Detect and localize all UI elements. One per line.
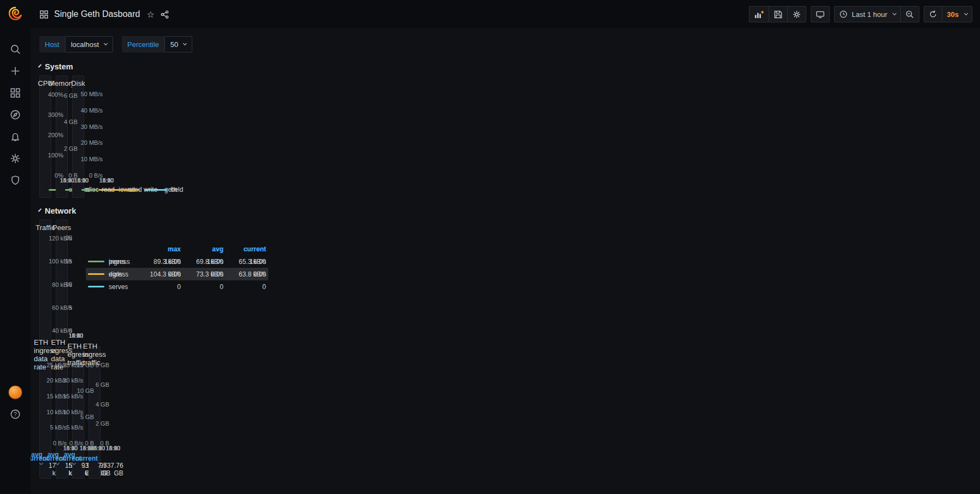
legend-table: maxavgcurrentpeers16.0016.0016.00dials0.… — [76, 235, 271, 293]
refresh-interval-picker[interactable]: 30s — [942, 6, 972, 22]
chevron-down-icon — [893, 11, 896, 15]
y-axis-label: 15 — [66, 258, 72, 264]
configuration-icon — [9, 152, 21, 164]
y-axis-label: 10 GB — [77, 387, 94, 394]
y-axis-label: 4 GB — [96, 401, 109, 408]
legend-series-label[interactable]: peers — [88, 258, 138, 266]
sidebar-item-server-admin[interactable] — [6, 172, 25, 189]
y-axis-label: 15 GB — [77, 362, 94, 368]
chevron-down-icon — [38, 208, 42, 211]
section-title: Network — [45, 207, 76, 215]
zoom-out-icon — [905, 10, 914, 19]
star-icon[interactable]: ☆ — [146, 9, 154, 20]
refresh-icon — [929, 10, 937, 19]
y-axis-label: 20 MB/s — [81, 139, 103, 146]
sidebar-item-alerting[interactable] — [6, 128, 25, 145]
percentile-value-text: 50 — [170, 40, 178, 49]
legend-series-name: held — [171, 186, 184, 193]
gear-icon — [792, 10, 801, 19]
legend-series-name: write — [144, 186, 157, 193]
legend-series-name: serves — [109, 283, 128, 291]
legend-col-current[interactable]: current — [223, 245, 266, 253]
legend-series-label[interactable]: read — [81, 186, 115, 193]
legend-value: 16.00 — [138, 258, 181, 266]
svg-text:?: ? — [14, 411, 17, 417]
x-axis-label: 15:20 — [74, 177, 88, 184]
legend-col-avg[interactable]: avg — [48, 451, 59, 466]
save-icon — [774, 10, 783, 19]
share-icon[interactable] — [160, 10, 169, 19]
dashboard-title[interactable]: Single Geth Dasboard — [54, 9, 140, 19]
y-axis-label: 30 MB/s — [81, 124, 103, 130]
y-axis-label: 4 GB — [64, 119, 78, 125]
host-variable-label[interactable]: Host — [39, 36, 65, 52]
legend: systemiowaitgeth — [45, 184, 50, 195]
legend-col-current[interactable]: current — [75, 455, 98, 462]
legend-value: 0.00 — [181, 270, 223, 278]
legend-col-avg[interactable]: avg — [64, 451, 75, 466]
y-axis-label: 10 MB/s — [81, 156, 103, 162]
tv-icon — [816, 10, 825, 19]
chevron-down-icon — [964, 11, 968, 15]
time-range-picker[interactable]: Last 1 hour — [834, 6, 901, 22]
dashboards-icon — [9, 87, 21, 99]
variable-host: Host localhost — [39, 36, 113, 52]
y-axis-label: 2 GB — [64, 145, 78, 152]
legend-value: 0.00 — [138, 270, 181, 278]
y-axis-label: 8 GB — [96, 362, 109, 368]
y-axis: 50 MB/s40 MB/s30 MB/s20 MB/s10 MB/s0 B/s — [78, 91, 107, 175]
legend: readwrite — [78, 184, 82, 195]
chevron-down-icon — [104, 42, 108, 45]
percentile-variable-label[interactable]: Percentile — [122, 36, 164, 52]
legend-col-max[interactable]: max — [138, 245, 181, 253]
add-panel-button[interactable] — [749, 6, 769, 22]
legend-series-label[interactable]: serves — [88, 283, 138, 291]
refresh-interval-label: 30s — [947, 10, 959, 19]
percentile-variable-value[interactable]: 50 — [164, 36, 192, 52]
sidebar-item-dashboards[interactable] — [6, 84, 25, 102]
chevron-down-icon — [38, 64, 42, 67]
chevron-down-icon — [183, 42, 187, 45]
legend-table: avgcurrenteth/65 transaction announcemen… — [95, 452, 99, 476]
legend-value: 7.76 GB — [110, 462, 123, 477]
legend-series-label[interactable]: write — [123, 186, 157, 193]
series-color-dash — [88, 261, 104, 262]
legend-value: 7.73 GB — [98, 462, 110, 477]
legend-row: peers16.0016.0016.00 — [86, 255, 268, 268]
legend-series-label[interactable]: dials — [88, 270, 138, 278]
y-axis-label: 5 GB — [80, 414, 94, 420]
y-axis-label: 10 — [66, 281, 72, 287]
series-color-dash — [88, 273, 104, 275]
sidebar-item-search[interactable] — [6, 40, 25, 58]
clock-icon — [839, 10, 848, 19]
sidebar-item-explore[interactable] — [6, 106, 25, 124]
sidebar-bottom-icons: ? — [6, 384, 25, 427]
legend-series-name: read — [102, 186, 115, 193]
save-dashboard-button[interactable] — [769, 6, 788, 22]
dashboard-grid: System CPU400%300%200%100%0%14:3014:4014… — [31, 58, 47, 60]
host-variable-value[interactable]: localhost — [65, 36, 113, 52]
sidebar-item-help[interactable]: ? — [6, 405, 25, 423]
zoom-out-button[interactable] — [900, 6, 919, 22]
sidebar-item-add[interactable] — [6, 62, 25, 80]
y-axis-label: 2 GB — [96, 420, 109, 427]
y-axis-label: 300% — [48, 111, 63, 118]
series-color-dash — [81, 189, 98, 191]
add-panel-icon — [754, 10, 764, 19]
dashboard-variables: Host localhost Percentile 50 — [31, 28, 980, 58]
legend-row: dials0.000.000.00 — [86, 268, 268, 280]
sidebar-top-icons — [6, 40, 25, 193]
y-axis-label: 400% — [48, 91, 63, 98]
profile-avatar[interactable] — [6, 384, 25, 401]
y-axis-label: 200% — [48, 132, 63, 138]
cycle-view-mode-button[interactable] — [811, 6, 830, 22]
grafana-logo-icon[interactable] — [7, 5, 23, 24]
refresh-button[interactable] — [924, 6, 942, 22]
legend-col-avg[interactable]: avg — [181, 245, 223, 253]
sidebar-item-configuration[interactable] — [6, 150, 25, 167]
legend-col-avg[interactable]: avg — [31, 451, 43, 466]
legend-row: serves000 — [86, 280, 268, 293]
add-icon — [9, 65, 21, 77]
legend-value: 0 — [181, 283, 223, 291]
dashboard-settings-button[interactable] — [787, 6, 806, 22]
